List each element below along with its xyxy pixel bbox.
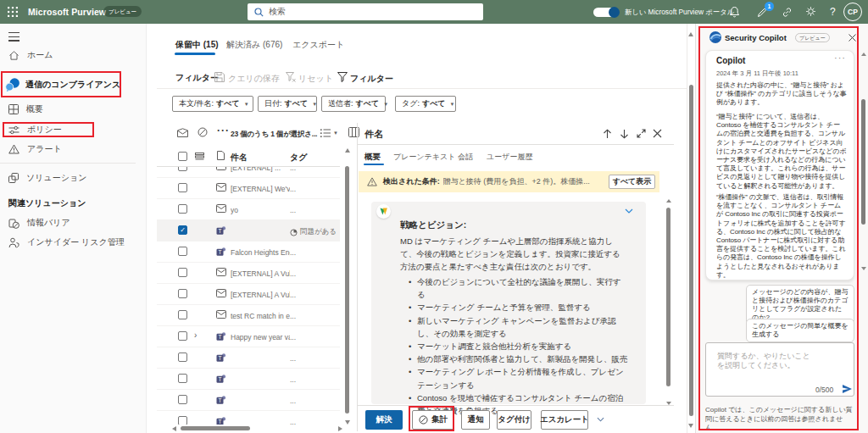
sidebar-item-insider-risk[interactable]: インサイダー リスク管理	[0, 233, 147, 252]
column-header-subject[interactable]: 件名	[231, 152, 248, 164]
detail-tab-overview[interactable]: 概要	[364, 152, 381, 163]
save-query-button[interactable]: クエリの保存	[228, 73, 280, 85]
close-panel-icon[interactable]	[849, 34, 856, 42]
collapse-summary-chevron[interactable]	[625, 208, 633, 214]
waffle-menu-icon[interactable]	[8, 7, 18, 17]
sidebar-item-policies[interactable]: ポリシー	[0, 120, 147, 139]
h-scrollbar-thumb[interactable]	[181, 426, 250, 430]
settings-gear-icon[interactable]	[805, 6, 816, 17]
row-checkbox[interactable]	[178, 395, 187, 404]
expand-icon[interactable]	[637, 129, 646, 138]
row-checkbox[interactable]	[178, 353, 187, 362]
scroll-up-arrow[interactable]	[688, 32, 693, 36]
list-view-icon[interactable]	[320, 129, 331, 137]
table-row[interactable]: TFalcon Heights Eng......	[157, 241, 340, 263]
global-search-input[interactable]: 検索	[248, 3, 483, 20]
row-checkbox[interactable]	[178, 331, 187, 341]
filter-button[interactable]: フィルター	[350, 73, 393, 85]
dropdown-sender[interactable]: 送信者:すべて▼	[321, 96, 386, 112]
expand-chevron[interactable]: ›	[194, 330, 197, 340]
row-checkbox[interactable]	[178, 289, 187, 298]
column-header-tag[interactable]: タグ	[290, 152, 307, 164]
sidebar-item-alerts[interactable]: アラート	[0, 140, 147, 158]
table-row[interactable]: ✓T問題がある	[157, 220, 340, 241]
sidebar-item-solutions[interactable]: ソリューション	[0, 169, 147, 187]
dropdown-subject-body[interactable]: 本文/件名:すべて▼	[172, 96, 253, 112]
detail-scrollbar-thumb[interactable]	[666, 208, 670, 386]
scroll-right-arrow[interactable]	[338, 426, 342, 431]
mark-read-icon[interactable]	[177, 128, 188, 137]
more-actions-chevron[interactable]	[597, 417, 604, 422]
row-checkbox[interactable]	[178, 204, 187, 214]
card-more-menu-icon[interactable]: ···	[834, 53, 846, 63]
copilot-suggestion-chip[interactable]: このメッセージの簡単な概要を生成する	[746, 319, 854, 342]
row-checkbox[interactable]	[178, 374, 187, 383]
select-all-checkbox[interactable]	[178, 152, 187, 161]
table-row[interactable]: test RC match in e......	[157, 305, 340, 326]
table-row[interactable]: T...	[157, 411, 340, 425]
row-checkbox[interactable]	[178, 416, 187, 425]
detail-tab-conversation[interactable]: 会話	[458, 152, 473, 163]
dismiss-circle-icon[interactable]	[198, 127, 208, 137]
link-icon[interactable]	[782, 7, 793, 18]
sidebar-item-communication-compliance[interactable]: 通信のコンプライアンス	[0, 75, 147, 95]
prev-item-icon[interactable]	[603, 129, 612, 139]
new-portal-toggle[interactable]	[593, 8, 619, 17]
scroll-down-arrow[interactable]	[688, 424, 693, 428]
tab-resolved[interactable]: 解決済み (676)	[226, 39, 282, 51]
tab-pending[interactable]: 保留中 (15)	[175, 39, 219, 51]
column-options-icon[interactable]	[348, 127, 359, 137]
more-actions-icon[interactable]: ···	[217, 125, 230, 136]
list-view-chevron[interactable]: ▼	[333, 130, 338, 136]
table-row[interactable]: [EXTERNAL] A Vuln......	[157, 263, 340, 284]
row-tag: ...	[290, 375, 296, 384]
send-icon[interactable]	[842, 384, 853, 394]
tag-button[interactable]: タグ付け	[497, 410, 531, 430]
scroll-up-arrow[interactable]	[861, 53, 866, 56]
sidebar-item-home[interactable]: ホーム	[0, 46, 147, 64]
table-row[interactable]: T...	[157, 390, 340, 411]
help-icon[interactable]: ?	[830, 6, 836, 18]
row-subject: [EXTERNAL] A Vuln...	[231, 291, 290, 299]
table-row[interactable]: ›THappy new year va......	[157, 326, 340, 347]
summarize-button[interactable]: 集計	[412, 410, 454, 430]
table-row[interactable]: [EXTERNAL] ......	[157, 167, 340, 178]
detail-tab-userhistory[interactable]: ユーザー履歴	[487, 152, 532, 163]
row-checkbox[interactable]: ✓	[178, 225, 187, 235]
scroll-up-arrow[interactable]	[345, 148, 350, 153]
scroll-up-arrow[interactable]	[666, 199, 671, 203]
sidebar-item-overview[interactable]: 概要	[0, 100, 147, 119]
main-scrollbar-thumb[interactable]	[689, 85, 693, 416]
row-checkbox[interactable]	[178, 167, 187, 171]
row-checkbox[interactable]	[178, 247, 187, 256]
dropdown-tag[interactable]: タグ:すべて▼	[395, 96, 456, 112]
detail-tab-plaintext[interactable]: プレーンテキスト	[393, 152, 455, 163]
row-checkbox[interactable]	[178, 183, 187, 192]
dropdown-date[interactable]: 日付:すべて▼	[258, 96, 317, 112]
table-row[interactable]: T...	[157, 347, 340, 369]
tab-export[interactable]: エクスポート	[292, 39, 344, 51]
sidebar-item-information-barriers[interactable]: 情報バリア	[0, 214, 147, 232]
account-avatar[interactable]: CP	[843, 3, 862, 21]
table-row[interactable]: T...	[157, 369, 340, 390]
row-checkbox[interactable]	[178, 268, 187, 277]
copilot-scrollbar-thumb[interactable]	[861, 99, 865, 225]
notifications-bell-icon[interactable]	[729, 6, 740, 18]
close-detail-icon[interactable]	[653, 129, 662, 138]
scroll-down-arrow[interactable]	[861, 267, 866, 270]
row-checkbox[interactable]	[178, 310, 187, 319]
table-row[interactable]: [EXTERNAL] We've ......	[157, 178, 340, 199]
show-all-button[interactable]: すべて表示	[609, 175, 655, 189]
scroll-down-arrow[interactable]	[345, 420, 350, 425]
table-row[interactable]: yo...	[157, 199, 340, 220]
notify-button[interactable]: 通知	[461, 410, 490, 430]
table-scrollbar-thumb[interactable]	[345, 166, 349, 414]
next-item-icon[interactable]	[620, 129, 629, 139]
escalate-button[interactable]: エスカレート	[541, 410, 588, 430]
hamburger-menu-icon[interactable]	[8, 32, 19, 42]
reset-button[interactable]: リセット	[298, 73, 333, 85]
scroll-left-arrow[interactable]	[172, 426, 176, 431]
resolve-button[interactable]: 解決	[365, 410, 403, 430]
table-row[interactable]: [EXTERNAL] A Vuln......	[157, 284, 340, 305]
row-subject: [EXTERNAL] A Vuln...	[231, 269, 290, 278]
